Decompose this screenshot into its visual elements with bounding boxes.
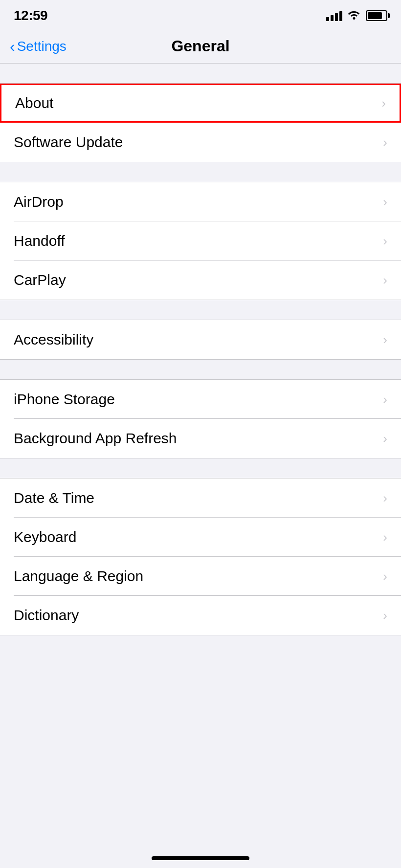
status-time: 12:59 bbox=[14, 8, 47, 23]
battery-icon bbox=[366, 10, 387, 21]
chevron-right-icon-carplay: › bbox=[383, 273, 387, 288]
settings-item-keyboard[interactable]: Keyboard › bbox=[0, 518, 401, 557]
signal-bar-2 bbox=[331, 15, 334, 21]
section-gap-5 bbox=[0, 458, 401, 478]
settings-item-software-update[interactable]: Software Update › bbox=[0, 123, 401, 162]
home-indicator bbox=[152, 856, 249, 860]
chevron-right-icon-language-region: › bbox=[383, 569, 387, 584]
chevron-right-icon-keyboard: › bbox=[383, 530, 387, 545]
chevron-right-icon-handoff: › bbox=[383, 234, 387, 249]
section-connectivity: AirDrop › Handoff › CarPlay › bbox=[0, 182, 401, 300]
settings-item-dictionary[interactable]: Dictionary › bbox=[0, 596, 401, 635]
settings-item-background-app-refresh[interactable]: Background App Refresh › bbox=[0, 419, 401, 458]
section-gap-4 bbox=[0, 360, 401, 379]
settings-item-handoff[interactable]: Handoff › bbox=[0, 221, 401, 260]
section-storage: iPhone Storage › Background App Refresh … bbox=[0, 379, 401, 458]
signal-bar-4 bbox=[339, 11, 342, 21]
settings-item-label-dictionary: Dictionary bbox=[14, 607, 79, 624]
chevron-right-icon-software-update: › bbox=[383, 135, 387, 150]
settings-item-label-carplay: CarPlay bbox=[14, 272, 66, 288]
back-label: Settings bbox=[17, 39, 67, 54]
settings-item-label-about: About bbox=[15, 95, 53, 111]
chevron-right-icon-background-app-refresh: › bbox=[383, 431, 387, 446]
status-bar: 12:59 bbox=[0, 0, 401, 29]
page-title: General bbox=[171, 37, 229, 55]
settings-item-label-airdrop: AirDrop bbox=[14, 194, 64, 210]
settings-item-label-language-region: Language & Region bbox=[14, 568, 143, 585]
settings-item-label-handoff: Handoff bbox=[14, 233, 65, 249]
settings-item-label-iphone-storage: iPhone Storage bbox=[14, 391, 115, 408]
settings-item-label-date-time: Date & Time bbox=[14, 490, 94, 506]
nav-bar: ‹ Settings General bbox=[0, 29, 401, 64]
back-chevron-icon: ‹ bbox=[10, 39, 15, 54]
signal-bar-3 bbox=[335, 13, 338, 21]
back-button[interactable]: ‹ Settings bbox=[10, 39, 67, 54]
settings-item-label-accessibility: Accessibility bbox=[14, 331, 93, 348]
settings-item-label-background-app-refresh: Background App Refresh bbox=[14, 430, 177, 447]
chevron-right-icon-airdrop: › bbox=[383, 195, 387, 210]
chevron-right-icon-iphone-storage: › bbox=[383, 392, 387, 407]
status-icons bbox=[326, 9, 387, 22]
section-regional: Date & Time › Keyboard › Language & Regi… bbox=[0, 478, 401, 635]
settings-item-date-time[interactable]: Date & Time › bbox=[0, 478, 401, 518]
settings-item-language-region[interactable]: Language & Region › bbox=[0, 557, 401, 596]
settings-content: About › Software Update › AirDrop › Hand… bbox=[0, 64, 401, 655]
settings-item-about[interactable]: About › bbox=[0, 84, 401, 123]
settings-item-label-software-update: Software Update bbox=[14, 134, 123, 151]
wifi-icon bbox=[347, 9, 361, 22]
settings-item-airdrop[interactable]: AirDrop › bbox=[0, 182, 401, 221]
section-gap-bottom bbox=[0, 635, 401, 655]
section-accessibility: Accessibility › bbox=[0, 320, 401, 360]
section-gap-2 bbox=[0, 162, 401, 182]
settings-item-label-keyboard: Keyboard bbox=[14, 529, 76, 545]
section-about: About › Software Update › bbox=[0, 83, 401, 162]
chevron-right-icon-dictionary: › bbox=[383, 608, 387, 623]
chevron-right-icon-accessibility: › bbox=[383, 332, 387, 347]
section-gap-3 bbox=[0, 300, 401, 320]
chevron-right-icon-date-time: › bbox=[383, 491, 387, 506]
chevron-right-icon-about: › bbox=[381, 96, 386, 111]
section-gap-1 bbox=[0, 64, 401, 83]
signal-icon bbox=[326, 10, 342, 21]
settings-item-accessibility[interactable]: Accessibility › bbox=[0, 320, 401, 359]
settings-item-iphone-storage[interactable]: iPhone Storage › bbox=[0, 380, 401, 419]
signal-bar-1 bbox=[326, 17, 329, 21]
settings-item-carplay[interactable]: CarPlay › bbox=[0, 260, 401, 300]
